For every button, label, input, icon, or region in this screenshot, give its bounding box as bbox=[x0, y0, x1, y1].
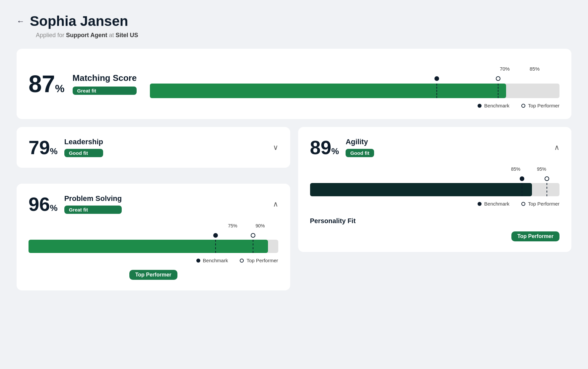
ps-benchmark-dot bbox=[213, 233, 218, 238]
agility-legend-benchmark: Benchmark bbox=[478, 201, 509, 207]
subtitle-at: at bbox=[109, 32, 114, 38]
agility-top-performer-dot bbox=[545, 176, 549, 181]
ps-benchmark-marker bbox=[213, 233, 218, 238]
agility-legend-top-performer: Top Performer bbox=[521, 201, 559, 207]
score-number: 87% bbox=[29, 71, 65, 97]
agility-top-performer-label: 95% bbox=[537, 166, 546, 172]
ps-legend-benchmark-dot bbox=[196, 259, 200, 263]
left-column: 79% Leadership Good fit ∨ 96% bbox=[17, 127, 290, 298]
problem-solving-card: 96% Problem Solving Great fit ∧ 75% 90% bbox=[17, 184, 290, 290]
chart-labels: 70% 85% bbox=[150, 66, 559, 72]
benchmark-label: 70% bbox=[500, 66, 510, 72]
score-title: Matching Score bbox=[73, 73, 137, 83]
leadership-header: 79% Leadership Good fit ∨ bbox=[29, 138, 278, 157]
score-label-section: Matching Score Great fit bbox=[73, 73, 137, 95]
legend-benchmark-label: Benchmark bbox=[484, 103, 509, 108]
ps-legend-benchmark: Benchmark bbox=[196, 258, 228, 263]
leadership-score-section: 79% Leadership Good fit bbox=[29, 138, 103, 157]
ps-benchmark-line bbox=[215, 240, 216, 253]
legend-benchmark: Benchmark bbox=[478, 103, 509, 108]
matching-bar-fill bbox=[150, 84, 506, 98]
agility-top-performer-line bbox=[547, 183, 547, 196]
leadership-card: 79% Leadership Good fit ∨ bbox=[17, 127, 290, 168]
agility-legend-top-performer-dot bbox=[521, 202, 525, 206]
leadership-title: Leadership bbox=[64, 138, 103, 146]
agility-benchmark-dot bbox=[520, 176, 524, 181]
ps-legend: Benchmark Top Performer bbox=[29, 258, 278, 263]
agility-score: 89% bbox=[310, 138, 339, 157]
ps-top-performer-dot bbox=[251, 233, 255, 238]
agility-benchmark-label: 85% bbox=[511, 166, 520, 172]
legend-benchmark-dot bbox=[478, 104, 482, 108]
ps-top-performer-label: 90% bbox=[255, 223, 265, 228]
agility-card: 89% Agility Good fit ∧ 85% 95% bbox=[298, 127, 572, 252]
agility-badge: Good fit bbox=[346, 149, 374, 157]
subtitle: Applied for Support Agent at Sitel US bbox=[36, 32, 571, 39]
chart-legend: Benchmark Top Performer bbox=[150, 103, 559, 108]
ps-legend-top-performer-label: Top Performer bbox=[246, 258, 278, 263]
personality-fit-title: Personality Fit bbox=[310, 217, 560, 225]
agility-chevron[interactable]: ∧ bbox=[554, 143, 559, 152]
agility-legend-benchmark-dot bbox=[478, 202, 482, 206]
back-button[interactable]: ← bbox=[17, 17, 25, 26]
problem-solving-badge: Great fit bbox=[64, 206, 122, 214]
agility-legend-top-performer-label: Top Performer bbox=[528, 201, 559, 207]
problem-solving-header: 96% Problem Solving Great fit ∧ bbox=[29, 194, 278, 214]
header-top: ← Sophia Jansen bbox=[17, 13, 571, 29]
agility-benchmark-line bbox=[522, 183, 522, 196]
agility-title: Agility bbox=[346, 138, 374, 146]
ps-legend-top-performer-dot bbox=[240, 259, 244, 263]
matching-score-card: 87% Matching Score Great fit 70% 85% bbox=[17, 49, 571, 119]
benchmark-dot bbox=[434, 76, 439, 81]
ps-top-performer-marker bbox=[251, 233, 255, 238]
agility-score-section: 89% Agility Good fit bbox=[310, 138, 374, 157]
agility-top-performer-marker bbox=[545, 176, 549, 182]
ps-bar-container bbox=[29, 240, 278, 253]
benchmark-line bbox=[436, 84, 437, 98]
ps-bar-fill bbox=[29, 240, 268, 253]
leadership-label-section: Leadership Good fit bbox=[64, 138, 103, 157]
ps-top-performer-line bbox=[253, 240, 253, 253]
agility-benchmark-marker bbox=[520, 176, 524, 182]
agility-legend-benchmark-label: Benchmark bbox=[484, 201, 509, 207]
leadership-badge: Good fit bbox=[64, 149, 103, 157]
agility-chart-labels: 85% 95% bbox=[310, 166, 560, 172]
agility-label-section: Agility Good fit bbox=[346, 138, 374, 157]
personality-fit-section: Personality Fit bbox=[310, 217, 560, 225]
benchmark-marker bbox=[434, 76, 439, 82]
agility-header: 89% Agility Good fit ∧ bbox=[310, 138, 560, 157]
agility-legend: Benchmark Top Performer bbox=[310, 201, 560, 207]
leadership-chevron[interactable]: ∨ bbox=[273, 143, 278, 152]
problem-solving-label-section: Problem Solving Great fit bbox=[64, 194, 122, 214]
ps-chart-labels: 75% 90% bbox=[29, 223, 278, 228]
problem-solving-score-section: 96% Problem Solving Great fit bbox=[29, 194, 122, 214]
header: ← Sophia Jansen Applied for Support Agen… bbox=[17, 13, 571, 39]
top-performer-marker bbox=[496, 76, 500, 82]
legend-top-performer-dot bbox=[521, 104, 525, 108]
problem-solving-score: 96% bbox=[29, 195, 58, 214]
position: Support Agent bbox=[66, 32, 107, 38]
matching-chart-section: 70% 85% Benchmark Top Performer bbox=[150, 59, 559, 108]
ps-legend-top-performer: Top Performer bbox=[240, 258, 278, 263]
candidate-name: Sophia Jansen bbox=[30, 13, 128, 29]
top-performer-dot bbox=[496, 76, 500, 81]
right-column: 89% Agility Good fit ∧ 85% 95% bbox=[298, 127, 572, 298]
ps-benchmark-label: 75% bbox=[228, 223, 237, 228]
great-fit-badge: Great fit bbox=[73, 87, 137, 95]
subtitle-prefix: Applied for bbox=[36, 32, 64, 38]
score-display: 87% bbox=[29, 72, 65, 96]
legend-top-performer: Top Performer bbox=[521, 103, 559, 108]
problem-solving-title: Problem Solving bbox=[64, 194, 122, 203]
leadership-score: 79% bbox=[29, 138, 58, 157]
agility-bar-container bbox=[310, 183, 560, 196]
ps-legend-benchmark-label: Benchmark bbox=[203, 258, 228, 263]
bottom-grid: 79% Leadership Good fit ∨ 96% bbox=[17, 127, 571, 298]
agility-bar-fill bbox=[310, 183, 532, 196]
score-section: 87% Matching Score Great fit bbox=[29, 72, 137, 96]
problem-solving-chevron[interactable]: ∧ bbox=[273, 200, 278, 209]
ps-top-performer-badge: Top Performer bbox=[129, 270, 177, 280]
top-performer-label: 85% bbox=[530, 66, 540, 72]
top-performer-line bbox=[498, 84, 498, 98]
legend-top-performer-label: Top Performer bbox=[528, 103, 559, 108]
agility-top-performer-badge: Top Performer bbox=[511, 231, 559, 241]
